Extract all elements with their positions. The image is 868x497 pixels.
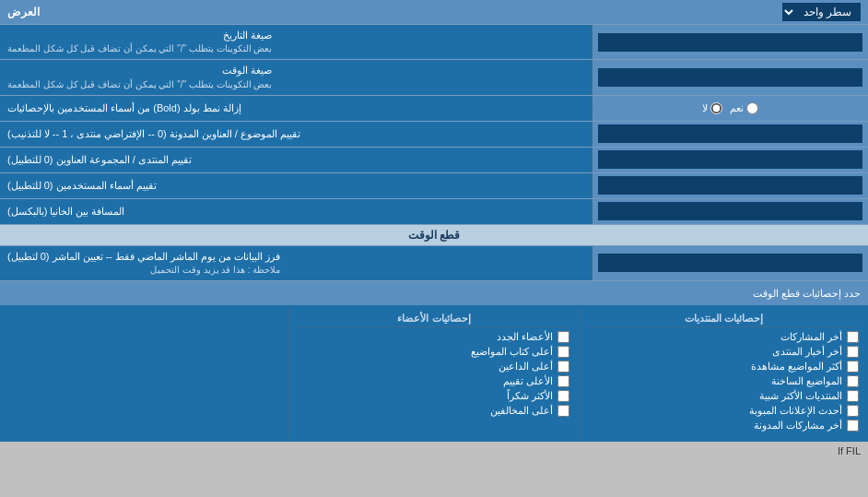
list-item: أعلى كتاب المواضيع xyxy=(299,346,569,358)
time-format-input-wrapper[interactable]: H:i xyxy=(592,60,868,94)
list-item: أعلى المخالفين xyxy=(299,405,569,417)
top-rated-label: الأعلى تقييم xyxy=(503,375,553,387)
list-item: أخر المشاركات xyxy=(589,331,859,343)
top-rated-checkbox[interactable] xyxy=(557,375,569,387)
time-cut-input-wrapper[interactable]: 0 xyxy=(592,246,868,280)
list-item: المواضيع الساخنة xyxy=(589,375,859,387)
member-stats-header: إحصائيات الأعضاء xyxy=(299,313,569,327)
right-col xyxy=(0,309,288,438)
member-stats-col: إحصائيات الأعضاء الأعضاء الجدد أعلى كتاب… xyxy=(289,309,578,438)
forum-news-label: أخر أخبار المنتدى xyxy=(772,346,842,358)
bold-no-radio[interactable] xyxy=(710,102,722,114)
top-active-checkbox[interactable] xyxy=(557,361,569,373)
users-order-row: 0 تقييم أسماء المستخدمين (0 للتطبيل) xyxy=(0,173,868,199)
last-posts-label: أخر المشاركات xyxy=(780,331,842,343)
similar-forums-label: المنتديات الأكثر شبية xyxy=(759,390,842,402)
gap-input-wrapper[interactable]: 2 xyxy=(592,199,868,224)
users-order-input[interactable]: 0 xyxy=(598,176,862,195)
bottom-text: If FIL xyxy=(838,445,861,456)
list-item: أكثر المواضيع مشاهدة xyxy=(589,361,859,373)
stats-label-row: حدد إحصائيات قطع الوقت xyxy=(0,281,868,305)
date-format-label: صيغة التاريخ بعض التكوينات يتطلب "/" الت… xyxy=(0,25,592,59)
forum-stats-col: إحصائيات المنتديات أخر المشاركات أخر أخب… xyxy=(580,309,868,438)
forum-stats-header: إحصائيات المنتديات xyxy=(589,313,859,327)
top-posters-label: أعلى كتاب المواضيع xyxy=(471,346,553,358)
date-format-input-wrapper[interactable]: d-m xyxy=(592,25,868,59)
time-cut-header: قطع الوقت xyxy=(0,225,868,246)
gap-label: المسافة بين الخانيا (بالبكسل) xyxy=(0,199,592,224)
list-item: أحدث الإعلانات المبوبة xyxy=(589,405,859,417)
top-posters-checkbox[interactable] xyxy=(557,346,569,358)
topic-order-row: 33 تقييم الموضوع / العناوين المدونة (0 -… xyxy=(0,122,868,148)
users-order-input-wrapper[interactable]: 0 xyxy=(592,173,868,198)
forum-news-checkbox[interactable] xyxy=(847,346,859,358)
list-item: الأعضاء الجدد xyxy=(299,331,569,343)
users-order-label: تقييم أسماء المستخدمين (0 للتطبيل) xyxy=(0,173,592,198)
stats-label: حدد إحصائيات قطع الوقت xyxy=(7,288,861,300)
recent-ads-checkbox[interactable] xyxy=(847,405,859,417)
time-cut-input[interactable]: 0 xyxy=(598,254,862,272)
forum-order-label: تقييم المنتدى / المجموعة العناوين (0 للت… xyxy=(0,148,592,172)
bold-yes-radio[interactable] xyxy=(746,102,758,114)
bottom-bar: If FIL xyxy=(0,442,868,460)
recent-ads-label: أحدث الإعلانات المبوبة xyxy=(749,405,842,417)
col-divider xyxy=(579,309,580,438)
top-lurkers-checkbox[interactable] xyxy=(557,405,569,417)
list-item: الأعلى تقييم xyxy=(299,375,569,387)
gap-row: 2 المسافة بين الخانيا (بالبكسل) xyxy=(0,199,868,225)
time-cut-row: 0 فرز البيانات من يوم الماشر الماضي فقط … xyxy=(0,246,868,281)
date-format-input[interactable]: d-m xyxy=(598,33,862,52)
topic-order-input[interactable]: 33 xyxy=(598,124,862,143)
gap-input[interactable]: 2 xyxy=(598,202,862,220)
top-active-label: أعلى الداعين xyxy=(499,361,553,373)
header-row: سطر واحد سطرين ثلاثة أسطر العرض xyxy=(0,0,868,25)
forum-order-input-wrapper[interactable]: 33 xyxy=(592,148,868,172)
bold-remove-label: إزالة نمط بولد (Bold) من أسماء المستخدمي… xyxy=(0,96,592,121)
new-members-checkbox[interactable] xyxy=(557,331,569,343)
list-item: أخر مشاركات المدونة xyxy=(589,420,859,432)
topic-order-input-wrapper[interactable]: 33 xyxy=(592,122,868,147)
new-members-label: الأعضاء الجدد xyxy=(497,331,553,343)
date-format-row: d-m صيغة التاريخ بعض التكوينات يتطلب "/"… xyxy=(0,25,868,60)
time-cut-label: فرز البيانات من يوم الماشر الماضي فقط --… xyxy=(0,246,592,280)
last-posts-checkbox[interactable] xyxy=(847,331,859,343)
last-notes-label: أخر مشاركات المدونة xyxy=(754,420,842,432)
old-topics-checkbox[interactable] xyxy=(847,375,859,387)
most-thanked-checkbox[interactable] xyxy=(557,390,569,402)
checkbox-columns: إحصائيات المنتديات أخر المشاركات أخر أخب… xyxy=(0,305,868,442)
list-item: أعلى الداعين xyxy=(299,361,569,373)
time-format-input[interactable]: H:i xyxy=(598,68,862,87)
bold-remove-row: نعم لا إزالة نمط بولد (Bold) من أسماء ال… xyxy=(0,96,868,122)
bold-radio-group: نعم لا xyxy=(702,102,758,114)
bold-yes-label[interactable]: نعم xyxy=(730,102,758,114)
most-viewed-checkbox[interactable] xyxy=(847,361,859,373)
list-item: المنتديات الأكثر شبية xyxy=(589,390,859,402)
old-topics-label: المواضيع الساخنة xyxy=(771,375,842,387)
top-lurkers-label: أعلى المخالفين xyxy=(490,405,553,417)
bold-no-label[interactable]: لا xyxy=(702,102,722,114)
time-format-row: H:i صيغة الوقت بعض التكوينات يتطلب "/" ا… xyxy=(0,60,868,95)
most-thanked-label: الأكثر شكراً xyxy=(507,390,553,402)
col-divider-2 xyxy=(288,309,289,438)
most-viewed-label: أكثر المواضيع مشاهدة xyxy=(751,361,842,373)
list-item: أخر أخبار المنتدى xyxy=(589,346,859,358)
last-notes-checkbox[interactable] xyxy=(847,420,859,432)
display-select-wrapper[interactable]: سطر واحد سطرين ثلاثة أسطر xyxy=(782,3,861,21)
bold-remove-input-wrapper[interactable]: نعم لا xyxy=(592,96,868,121)
display-select[interactable]: سطر واحد سطرين ثلاثة أسطر xyxy=(782,3,861,21)
list-item: الأكثر شكراً xyxy=(299,390,569,402)
topic-order-label: تقييم الموضوع / العناوين المدونة (0 -- ا… xyxy=(0,122,592,147)
header-title: العرض xyxy=(7,6,40,18)
forum-order-row: 33 تقييم المنتدى / المجموعة العناوين (0 … xyxy=(0,148,868,173)
similar-forums-checkbox[interactable] xyxy=(847,390,859,402)
time-format-label: صيغة الوقت بعض التكوينات يتطلب "/" التي … xyxy=(0,60,592,94)
forum-order-input[interactable]: 33 xyxy=(598,150,862,169)
